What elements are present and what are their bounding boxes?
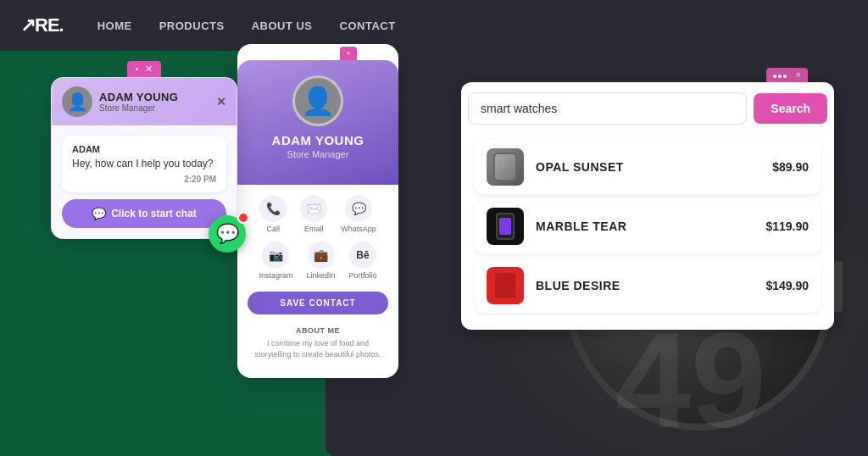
save-contact-button[interactable]: SAVE CONTACT	[248, 292, 388, 314]
email-icon: ✉️	[300, 195, 327, 222]
product-name: MARBLE TEAR	[536, 220, 765, 233]
message-sender: ADAM	[72, 144, 216, 154]
product-name: BLUE DESIRE	[536, 279, 765, 292]
biz-contact-whatsapp[interactable]: 💬 WhatsApp	[341, 195, 376, 233]
biz-card-top: 👤 ADAM YOUNG Store Manager	[237, 60, 398, 185]
search-input[interactable]	[468, 92, 747, 125]
chat-tab-label: •	[136, 64, 139, 74]
product-name: OPAL SUNSET	[536, 160, 772, 174]
biz-contact-instagram[interactable]: 📷 Instagram	[259, 242, 292, 280]
portfolio-icon: Bē	[349, 242, 376, 269]
biz-contact-portfolio[interactable]: Bē Portfolio	[349, 242, 377, 280]
search-box: Search OPAL SUNSET $89.90 MARBLE TEAR $1…	[461, 82, 834, 330]
tab-dot-1	[773, 75, 776, 78]
product-thumb	[487, 148, 524, 186]
about-text: I combine my love of food and storytelli…	[237, 338, 398, 359]
whatsapp-fab[interactable]: 💬	[209, 215, 246, 253]
product-item[interactable]: MARBLE TEAR $119.90	[475, 199, 821, 253]
message-text: Hey, how can I help you today?	[72, 157, 216, 171]
nav-contact[interactable]: CONTACT	[340, 19, 396, 32]
product-item[interactable]: BLUE DESIRE $149.90	[475, 259, 821, 313]
chat-tab-close[interactable]: ✕	[145, 64, 153, 75]
chat-avatar: 👤	[62, 86, 92, 117]
chat-header: 👤 ADAM YOUNG Store Manager ✕	[52, 78, 236, 125]
biz-contact-call[interactable]: 📞 Call	[259, 195, 287, 233]
start-chat-label: Click to start chat	[111, 208, 197, 220]
chat-agent-name: ADAM YOUNG	[99, 91, 209, 103]
whatsapp-icon: 💬	[92, 207, 106, 220]
product-price: $119.90	[765, 220, 809, 233]
biz-name: ADAM YOUNG	[249, 133, 387, 147]
search-row: Search	[468, 92, 827, 125]
search-tab-close[interactable]: ×	[796, 70, 801, 80]
search-widget-tab: ×	[766, 68, 808, 82]
product-results: OPAL SUNSET $89.90 MARBLE TEAR $119.90 B…	[468, 133, 827, 320]
logo-accent: ↗RE	[20, 14, 59, 36]
navbar: ↗RE. HOME PRODUCTS ABOUT US CONTACT	[0, 0, 868, 51]
logo-dot: .	[59, 14, 64, 36]
linkedin-label: LinkedIn	[306, 271, 335, 280]
start-chat-button[interactable]: 💬 Click to start chat	[62, 199, 226, 228]
portfolio-label: Portfolio	[349, 271, 377, 280]
product-item[interactable]: OPAL SUNSET $89.90	[475, 140, 821, 194]
chat-message: ADAM Hey, how can I help you today? 2:20…	[62, 136, 226, 192]
chat-tab: • ✕	[127, 61, 162, 77]
chat-widget: • ✕ 👤 ADAM YOUNG Store Manager ✕ ADAM He…	[51, 61, 237, 239]
call-icon: 📞	[259, 195, 287, 222]
biz-contact-linkedin[interactable]: 💼 LinkedIn	[306, 242, 335, 280]
linkedin-icon: 💼	[308, 242, 335, 269]
whatsapp-fab-icon: 💬	[216, 223, 239, 245]
search-button[interactable]: Search	[754, 93, 827, 124]
business-card: • 👤 ADAM YOUNG Store Manager 📞 Call ✉️ E…	[237, 44, 398, 378]
nav-products[interactable]: PRODUCTS	[159, 19, 225, 32]
search-widget: × Search OPAL SUNSET $89.90 MARBLE TEAR …	[461, 68, 834, 330]
biz-avatar: 👤	[292, 75, 343, 126]
whatsapp-icon: 💬	[345, 195, 372, 222]
nav-home[interactable]: HOME	[97, 19, 132, 32]
nav-links: HOME PRODUCTS ABOUT US CONTACT	[97, 19, 396, 32]
chat-card: 👤 ADAM YOUNG Store Manager ✕ ADAM Hey, h…	[51, 77, 237, 239]
message-time: 2:20 PM	[72, 175, 216, 184]
chat-header-info: ADAM YOUNG Store Manager	[99, 91, 209, 113]
biz-role: Store Manager	[249, 149, 387, 159]
about-heading: ABOUT ME	[237, 320, 398, 338]
whatsapp-badge	[237, 212, 249, 224]
tab-dot-2	[778, 75, 782, 78]
biz-contact-email[interactable]: ✉️ Email	[300, 195, 327, 233]
tab-dot-3	[783, 75, 787, 78]
instagram-label: Instagram	[259, 271, 292, 280]
chat-agent-role: Store Manager	[99, 103, 209, 113]
product-thumb	[487, 267, 524, 304]
biz-card-tab: •	[340, 47, 356, 60]
instagram-icon: 📷	[262, 242, 289, 269]
biz-card-inner: 👤 ADAM YOUNG Store Manager 📞 Call ✉️ Ema…	[237, 60, 398, 368]
product-price: $89.90	[772, 160, 809, 174]
chat-body: ADAM Hey, how can I help you today? 2:20…	[52, 125, 236, 238]
email-label: Email	[304, 225, 324, 233]
product-price: $149.90	[765, 279, 809, 292]
brand-logo: ↗RE.	[20, 14, 64, 36]
chat-tab-row: • ✕	[51, 61, 237, 77]
tab-dots	[773, 75, 787, 78]
whatsapp-label: WhatsApp	[341, 225, 376, 233]
product-thumb	[487, 208, 524, 245]
call-label: Call	[266, 225, 280, 233]
biz-contacts-row1: 📞 Call ✉️ Email 💬 WhatsApp	[237, 185, 398, 238]
chat-close-button[interactable]: ✕	[216, 95, 226, 108]
biz-contacts-row2: 📷 Instagram 💼 LinkedIn Bē Portfolio	[237, 238, 398, 286]
nav-about[interactable]: ABOUT US	[252, 19, 313, 32]
